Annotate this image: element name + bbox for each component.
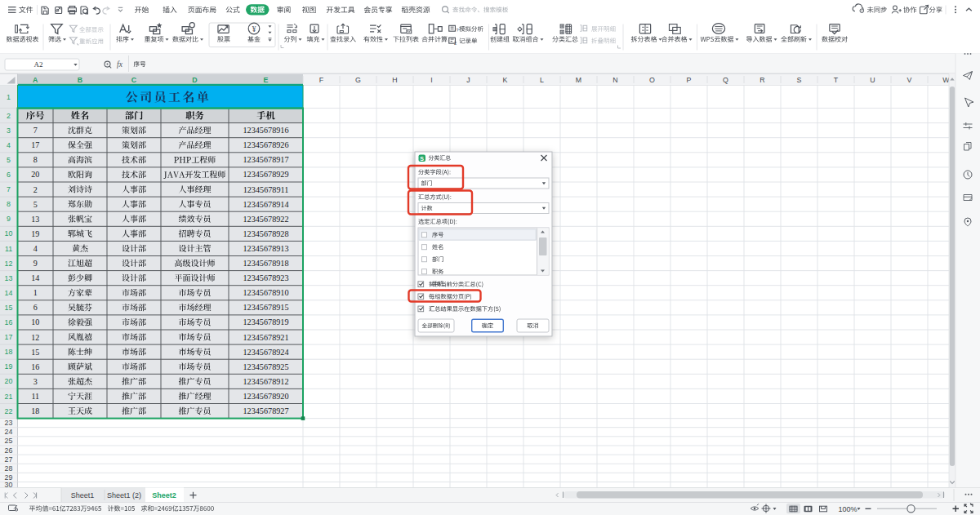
svg-text:6: 6 <box>7 171 11 179</box>
svg-text:I: I <box>430 76 432 84</box>
svg-text:G: G <box>355 76 361 84</box>
svg-text:12345678917: 12345678917 <box>243 155 288 164</box>
svg-text:16: 16 <box>31 362 39 371</box>
svg-text:21: 21 <box>5 393 13 401</box>
svg-text:19: 19 <box>5 362 13 371</box>
svg-text:12345678929: 12345678929 <box>243 170 288 179</box>
svg-text:7: 7 <box>33 126 38 135</box>
svg-text:10: 10 <box>31 317 39 326</box>
svg-text:J: J <box>466 76 470 84</box>
svg-text:12345678916: 12345678916 <box>243 126 288 135</box>
svg-text:P: P <box>687 76 692 84</box>
svg-text:Sheet2: Sheet2 <box>152 491 176 499</box>
svg-text:12345678921: 12345678921 <box>243 333 288 342</box>
svg-text:L: L <box>540 76 544 84</box>
svg-text:12345678912: 12345678912 <box>243 377 288 386</box>
svg-text:N: N <box>612 76 617 84</box>
svg-text:100%: 100% <box>839 505 858 513</box>
svg-text:8: 8 <box>33 155 38 164</box>
svg-text:12345678924: 12345678924 <box>243 348 288 357</box>
svg-text:Sheet1 (2): Sheet1 (2) <box>107 491 141 499</box>
svg-text:13: 13 <box>5 274 13 282</box>
svg-text:K: K <box>503 76 508 84</box>
svg-text:4: 4 <box>7 141 11 149</box>
svg-text:5: 5 <box>33 200 38 209</box>
svg-text:S: S <box>797 76 802 84</box>
svg-text:12345678928: 12345678928 <box>243 229 288 238</box>
svg-text:10: 10 <box>5 229 13 238</box>
svg-text:R: R <box>760 76 764 84</box>
svg-text:B: B <box>78 76 82 84</box>
svg-text:17: 17 <box>5 333 13 341</box>
svg-text:12: 12 <box>5 260 13 268</box>
svg-text:S: S <box>420 156 424 162</box>
svg-text:T: T <box>834 76 839 84</box>
svg-text:H: H <box>392 76 397 84</box>
svg-text:fx: fx <box>117 60 123 69</box>
svg-text:15: 15 <box>31 348 39 357</box>
svg-text:1: 1 <box>7 93 11 101</box>
svg-text:13: 13 <box>31 215 39 224</box>
svg-text:20: 20 <box>31 170 39 179</box>
svg-text:2: 2 <box>7 112 11 120</box>
svg-text:12345678926: 12345678926 <box>243 140 288 149</box>
svg-text:9: 9 <box>7 215 11 223</box>
svg-text:E: E <box>264 76 269 84</box>
svg-text:11: 11 <box>5 245 12 253</box>
svg-text:12345678913: 12345678913 <box>243 244 288 253</box>
svg-text:12345678927: 12345678927 <box>243 406 288 415</box>
svg-text:1: 1 <box>33 288 38 297</box>
svg-text:3: 3 <box>33 377 38 386</box>
svg-text:27: 27 <box>5 455 13 464</box>
svg-text:17: 17 <box>31 140 39 149</box>
svg-text:A: A <box>33 76 38 84</box>
svg-text:?: ? <box>456 28 458 33</box>
svg-text:18: 18 <box>5 348 13 356</box>
svg-text:28: 28 <box>5 464 13 473</box>
svg-text:14: 14 <box>5 289 13 297</box>
svg-text:20: 20 <box>5 377 13 385</box>
svg-text:18: 18 <box>31 406 39 415</box>
svg-text:U: U <box>870 76 875 84</box>
svg-text:16: 16 <box>5 318 13 326</box>
svg-text:A2: A2 <box>34 60 43 69</box>
svg-text:4: 4 <box>33 244 38 253</box>
svg-text:12345678915: 12345678915 <box>243 303 288 312</box>
svg-text:9: 9 <box>33 259 38 268</box>
svg-text:12345678911: 12345678911 <box>243 185 289 194</box>
svg-text:12345678918: 12345678918 <box>243 259 288 268</box>
svg-text:12345678914: 12345678914 <box>243 200 288 209</box>
svg-text:7: 7 <box>7 185 11 193</box>
svg-text:25: 25 <box>5 437 13 445</box>
svg-text:Q: Q <box>723 76 728 84</box>
svg-text:12345678923: 12345678923 <box>243 273 288 282</box>
svg-text:2: 2 <box>454 41 457 46</box>
svg-text:12: 12 <box>31 333 39 342</box>
svg-text:24: 24 <box>5 428 13 436</box>
svg-text:23: 23 <box>5 419 13 427</box>
svg-text:3: 3 <box>7 127 11 135</box>
svg-text:¥: ¥ <box>252 25 256 33</box>
svg-text:6: 6 <box>33 303 38 312</box>
svg-text:15: 15 <box>5 304 13 312</box>
svg-text:8: 8 <box>7 200 11 208</box>
svg-text:2: 2 <box>33 185 38 194</box>
svg-text:12345678925: 12345678925 <box>243 362 288 371</box>
svg-text:O: O <box>649 76 655 84</box>
svg-text:19: 19 <box>31 229 39 238</box>
svg-text:12345678919: 12345678919 <box>243 317 288 326</box>
svg-text:22: 22 <box>5 407 13 415</box>
svg-text:14: 14 <box>31 273 39 282</box>
svg-text:12345678910: 12345678910 <box>243 288 288 297</box>
svg-text:12345678920: 12345678920 <box>243 392 288 401</box>
svg-text:11: 11 <box>31 392 39 401</box>
svg-text:C: C <box>131 76 137 84</box>
svg-text:F: F <box>319 76 324 84</box>
svg-text:5: 5 <box>7 156 11 164</box>
svg-text:D: D <box>192 76 197 84</box>
svg-text:V: V <box>907 76 912 84</box>
svg-text:M: M <box>576 76 581 84</box>
svg-text:26: 26 <box>5 446 13 455</box>
svg-text:12345678922: 12345678922 <box>243 215 288 224</box>
svg-text:Sheet1: Sheet1 <box>71 491 95 499</box>
